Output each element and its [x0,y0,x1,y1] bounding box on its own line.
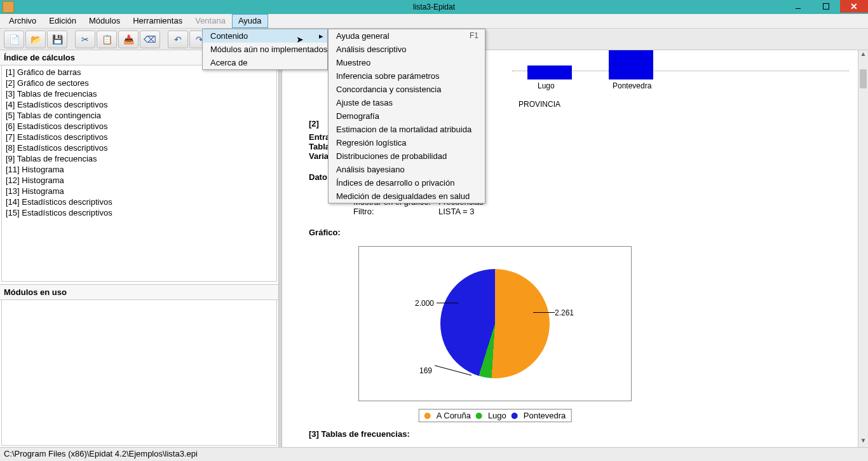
vertical-scrollbar[interactable]: ▲ ▼ [858,50,868,447]
bar-chart-xlabel: PROVINCIA [519,100,851,109]
submenu-desigualdades[interactable]: Medición de desigualdades en salud [329,189,485,203]
dato-label: Dato [309,172,327,182]
title-bar: lista3-Epidat [0,0,868,14]
list-item[interactable]: [3] Tablas de frecuencias [4,88,274,99]
bar-pontevedra [609,50,653,79]
modules-panel-title: Módulos en uso [0,284,278,300]
modules-list[interactable] [1,300,277,446]
list-item[interactable]: [14] Estadísticos descriptivos [4,196,274,207]
pie-chart: 2.000 2.261 169 A Coruña Lugo Pontevedra [358,246,632,401]
tb-undo-button[interactable]: ↶ [168,31,188,48]
window-controls [784,0,868,13]
list-item[interactable]: [8] Estadísticos descriptivos [4,142,274,153]
minimize-button[interactable] [784,0,812,13]
menu-edicion[interactable]: Edición [43,14,83,28]
save-icon: 💾 [52,34,63,45]
menu-modulos-no-implementados[interactable]: Módulos aún no implementados [203,43,327,56]
folder-open-icon: 📂 [31,34,41,45]
bar-label-lugo: Lugo [538,81,555,90]
submenu-regresion[interactable]: Regresión logística [329,136,485,149]
scroll-down-icon[interactable]: ▼ [858,437,868,447]
pie-value-lugo: 169 [419,366,432,375]
left-column: Índice de cálculos [1] Gráfico de barras… [0,50,278,447]
grafico-header: Gráfico: [309,228,851,237]
bar-label-pontevedra: Pontevedra [613,81,651,90]
menu-bar: Archivo Edición Módulos Herramientas Ven… [0,14,868,29]
copy-icon: 📋 [102,34,112,45]
section-3-header: [3] Tablas de frecuencias: [309,429,851,439]
pie-legend: A Coruña Lugo Pontevedra [419,409,572,422]
menu-modulos[interactable]: Módulos [83,14,126,28]
tb-cut-button[interactable]: ✂ [75,31,95,48]
list-item[interactable]: [11] Histograma [4,164,274,175]
status-bar: C:\Program Files (x86)\Epidat 4.2\Ejempl… [0,447,868,461]
list-item[interactable]: [13] Histograma [4,186,274,196]
submenu-distribuciones[interactable]: Distribuciones de probabilidad [329,149,485,163]
list-item[interactable]: [7] Estadísticos descriptivos [4,132,274,142]
cursor-icon: ➤ [296,34,304,45]
submenu-concordancia[interactable]: Concordancia y consistencia [329,83,485,96]
status-path: C:\Program Files (x86)\Epidat 4.2\Ejempl… [4,449,198,458]
window-title: lista3-Epidat [413,3,455,11]
help-menu-dropdown: Contenido ▸ Módulos aún no implementados… [202,29,328,70]
tb-new-button[interactable]: 📄 [4,31,24,48]
submenu-indices[interactable]: Índices de desarrollo o privación [329,176,485,189]
tb-copy-button[interactable]: 📋 [97,31,117,48]
tb-clear-button[interactable]: ⌫ [140,31,160,48]
filter-value: LISTA = 3 [438,207,475,216]
legend-pontevedra: Pontevedra [524,411,566,420]
paste-icon: 📥 [123,34,134,45]
list-item[interactable]: [9] Tablas de frecuencias [4,153,274,164]
bar-lugo [527,65,572,79]
maximize-button[interactable] [812,0,840,13]
submenu-bayesiano[interactable]: Análisis bayesiano [329,163,485,176]
list-item[interactable]: [6] Estadísticos descriptivos [4,121,274,132]
submenu-analisis-descriptivo[interactable]: Análisis descriptivo [329,43,485,56]
legend-lugo: Lugo [488,411,506,420]
submenu-inferencia[interactable]: Inferencia sobre parámetros [329,69,485,83]
pie-slices [440,269,550,378]
menu-archivo[interactable]: Archivo [3,14,43,28]
list-item[interactable]: [12] Histograma [4,175,274,186]
submenu-mortalidad[interactable]: Estimacion de la mortalidad atribuida [329,123,485,136]
index-list[interactable]: [1] Gráfico de barras [2] Gráfico de sec… [1,65,277,282]
eraser-icon: ⌫ [144,34,156,45]
pie-value-acoruna: 2.261 [555,308,574,317]
menu-herramientas[interactable]: Herramientas [126,14,189,28]
menu-contenido[interactable]: Contenido ▸ [203,29,327,43]
scroll-thumb[interactable] [860,69,867,88]
legend-swatch-lugo [476,413,482,419]
submenu-ayuda-general[interactable]: Ayuda general F1 [329,29,485,43]
close-button[interactable] [840,0,868,13]
tb-save-button[interactable]: 💾 [47,31,67,48]
list-item[interactable]: [4] Estadísticos descriptivos [4,99,274,110]
list-item[interactable]: [5] Tablas de contingencia [4,110,274,121]
list-item[interactable]: [15] Estadísticos descriptivos [4,207,274,218]
legend-swatch-pontevedra [512,413,518,419]
tb-paste-button[interactable]: 📥 [118,31,139,48]
scissors-icon: ✂ [81,34,89,45]
list-item[interactable]: [2] Gráfico de sectores [4,78,274,88]
submenu-muestreo[interactable]: Muestreo [329,56,485,69]
submenu-demografia[interactable]: Demografía [329,109,485,123]
pie-value-pontevedra: 2.000 [415,299,434,308]
legend-swatch-acoruna [424,413,431,419]
chevron-right-icon: ▸ [319,31,323,41]
menu-ayuda[interactable]: Ayuda [232,14,268,28]
legend-acoruna: A Coruña [437,411,471,420]
tb-open-button[interactable]: 📂 [25,31,46,48]
app-icon [3,1,14,13]
shortcut-label: F1 [470,31,478,40]
contenido-submenu: Ayuda general F1 Análisis descriptivo Mu… [328,29,485,203]
menu-ventana[interactable]: Ventana [189,14,232,28]
new-file-icon: 📄 [9,34,20,45]
filter-label: Filtro: [353,207,433,216]
bar-chart: Lugo Pontevedra [512,53,851,100]
undo-icon: ↶ [174,34,182,45]
menu-acerca-de[interactable]: Acerca de [203,56,327,69]
submenu-ajuste-tasas[interactable]: Ajuste de tasas [329,96,485,109]
scroll-up-icon[interactable]: ▲ [858,50,868,60]
